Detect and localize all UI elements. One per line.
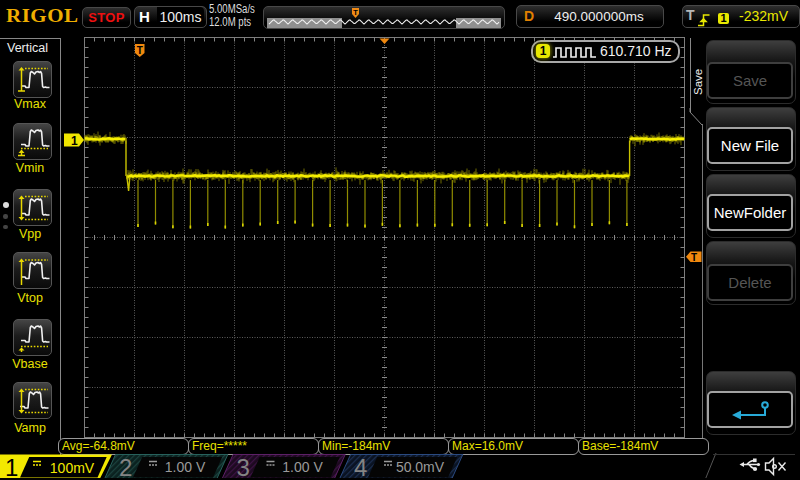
svg-text:50.0mV: 50.0mV (396, 459, 445, 475)
svg-text:T: T (137, 45, 143, 56)
svg-text:1.00 V: 1.00 V (165, 459, 206, 475)
svg-text:1: 1 (71, 134, 78, 148)
svg-text:T: T (691, 252, 697, 263)
svg-text:2: 2 (119, 454, 132, 478)
svg-text:1.00 V: 1.00 V (282, 459, 323, 475)
svg-text:4: 4 (354, 454, 367, 478)
svg-text:3: 3 (237, 454, 250, 478)
svg-text:1: 1 (5, 454, 18, 478)
svg-text:100mV: 100mV (50, 460, 95, 476)
